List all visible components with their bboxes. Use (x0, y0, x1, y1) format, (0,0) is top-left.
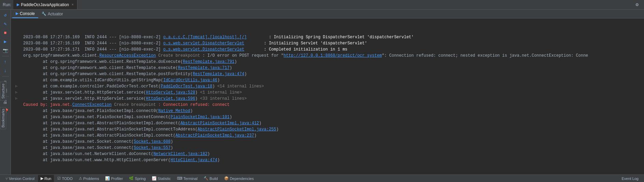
collapse-button[interactable]: ▷ (15, 89, 17, 96)
stop-button[interactable]: ■ (1, 29, 10, 37)
log-segment: INFO 2444 --- [nio-8080-exec-2] (80, 41, 163, 46)
log-line: at java.base/java.net.AbstractPlainSocke… (11, 126, 644, 132)
log-line: at java.base/sun.net.www.http.HttpClient… (11, 157, 644, 163)
exception-link[interactable]: ConnectException (72, 102, 112, 107)
log-segment: ) (230, 115, 232, 120)
line-text: 2023-08-08 17:27:16.169 INFO 2444 --- [n… (22, 34, 643, 40)
class-link[interactable]: AbstractPlainSocketImpl.java:237 (175, 133, 254, 138)
edit-icon: ✎ (4, 21, 7, 27)
bottom-tab-terminal[interactable]: ⌨Terminal (174, 175, 201, 182)
terminal-label: Terminal (184, 177, 198, 181)
resume-button[interactable]: ▶ (1, 38, 10, 46)
log-segment: at java.base/java.net.PlainSocketImpl.co… (23, 109, 158, 113)
bottom-bar: ⑂Version Control▶Run☑TODO⚠Problems📊Profi… (0, 174, 644, 182)
log-line: ▷ at javax.servlet.http.HttpServlet.serv… (11, 89, 644, 96)
log-line: Caused by: java.net.ConnectException Cre… (11, 102, 644, 108)
log-segment: ) (230, 66, 232, 70)
snapshot-button[interactable]: 📷 (1, 46, 10, 55)
structure-panel-label[interactable]: Structure (0, 82, 6, 100)
run-label: Run (44, 177, 51, 181)
line-text: Caused by: java.net.ConnectException Cre… (22, 102, 643, 108)
tab-console[interactable]: ▶ Console (12, 10, 38, 18)
line-text: at javax.servlet.http.HttpServlet.servic… (22, 89, 643, 96)
line-text: at java.base/sun.net.NetworkClient.doCon… (22, 151, 643, 157)
log-line: ▷ at javax.servlet.http.HttpServlet.serv… (11, 96, 644, 102)
log-segment: at java.base/java.net.AbstractPlainSocke… (23, 121, 180, 126)
log-line: at java.base/java.net.AbstractPlainSocke… (11, 132, 644, 139)
log-segment: Caused by: java.net. (23, 102, 72, 107)
scroll-down-button[interactable]: ↓ (1, 67, 10, 75)
rerun-button[interactable]: ↺ (1, 11, 10, 19)
log-segment: : I/O error on POST request for " (200, 53, 284, 58)
log-content[interactable]: 2023-08-08 17:27:16.169 INFO 2444 --- [n… (11, 18, 644, 174)
collapse-button[interactable]: ▷ (15, 83, 17, 89)
log-segment: at javax.servlet.http.HttpServlet.servic… (23, 96, 146, 101)
log-segment: ) (276, 127, 279, 132)
log-segment: at java.base/java.net.PlainSocketImpl.so… (23, 115, 171, 120)
bottom-tab-run[interactable]: ▶Run (38, 175, 54, 182)
class-link[interactable]: RestTemplate.java:474 (193, 72, 244, 76)
line-gutter: ▷ (11, 83, 22, 89)
exception-link[interactable]: ResourceAccessException (99, 53, 156, 58)
log-segment: : Completed initialization in 1 ms (244, 47, 347, 52)
class-link[interactable]: AbstractPlainSocketImpl.java:255 (197, 127, 276, 132)
edit-config-button[interactable]: ✎ (1, 20, 10, 28)
spring-icon: 🌿 (129, 176, 134, 181)
bottom-tab-profiler[interactable]: 📊Profiler (102, 175, 126, 182)
bottom-tab-todo[interactable]: ☑TODO (55, 175, 75, 182)
resume-icon: ▶ (4, 39, 7, 44)
log-segment: at org.springframework.web.client.RestTe… (23, 72, 193, 76)
log-segment: : Initializing Servlet 'dispatcherServle… (244, 41, 367, 46)
bottom-tab-problems[interactable]: ⚠Problems (76, 175, 102, 182)
class-link[interactable]: Socket.java:557 (134, 145, 171, 150)
log-segment: ) (195, 96, 200, 101)
line-text: 2023-08-08 17:27:16.171 INFO 2444 --- [n… (22, 46, 643, 53)
bottom-tab-dependencies[interactable]: 📦Dependencies (221, 175, 257, 182)
log-line: at com.example.utils.IdCardOcrUtils.getS… (11, 77, 644, 83)
run-tab[interactable]: ▶ PaddleOcrJavaApplication × (13, 0, 77, 9)
log-segment: 2023-08-08 17:27:16.169 (23, 41, 80, 46)
log-segment: ) (217, 158, 220, 163)
log-line: 2023-08-08 17:27:16.169 INFO 2444 --- [n… (11, 40, 644, 46)
class-link[interactable]: IdCardOcrUtils.java:46 (163, 78, 217, 83)
line-gutter: ▷ (11, 96, 22, 102)
tab-close-icon[interactable]: × (72, 3, 74, 6)
separator-2 (2, 76, 9, 76)
class-link[interactable]: o.a.c.c.C.[Tomcat].[localhost].[/] (163, 35, 247, 40)
class-link[interactable]: Socket.java:608 (134, 139, 171, 144)
class-link[interactable]: HttpClient.java:474 (171, 158, 217, 163)
log-segment: ) (207, 152, 210, 156)
line-text: 2023-08-08 17:27:16.169 INFO 2444 --- [n… (22, 40, 643, 46)
log-segment: ) (259, 121, 261, 126)
class-link[interactable]: RestTemplate.java:717 (178, 66, 230, 70)
event-log-button[interactable]: Event Log (619, 177, 641, 181)
up-arrow-icon: ↑ (4, 59, 7, 65)
class-link[interactable]: Native Method (158, 109, 190, 113)
class-link[interactable]: HttpServlet.java:528 (146, 90, 195, 95)
log-segment: INFO 2444 --- [nio-8080-exec-2] (80, 35, 163, 40)
bottom-tab-spring[interactable]: 🌿Spring (126, 175, 148, 182)
scroll-up-button[interactable]: ↑ (1, 58, 10, 66)
class-link[interactable]: o.s.web.servlet.DispatcherServlet (163, 41, 244, 46)
actuator-tab-icon: 🔧 (42, 12, 46, 16)
settings-icon[interactable]: ⚙ (636, 2, 641, 8)
class-link[interactable]: HttpServlet.java:596 (146, 96, 195, 101)
spring-label: Spring (135, 177, 146, 181)
bookmarks-panel-label[interactable]: Bookmarks (0, 107, 6, 129)
class-link[interactable]: PlainSocketImpl.java:101 (171, 115, 230, 120)
bottom-tab-version-control[interactable]: ⑂Version Control (3, 175, 37, 182)
build-icon: 🔨 (204, 176, 208, 181)
log-segment: at com.example.utils.IdCardOcrUtils.getS… (23, 78, 163, 83)
tab-actuator[interactable]: 🔧 Actuator (38, 10, 67, 18)
collapse-button[interactable]: ▷ (15, 96, 17, 102)
class-link[interactable]: o.s.web.servlet.DispatcherServlet (163, 47, 244, 52)
bottom-tab-statistic[interactable]: 📈Statistic (149, 175, 174, 182)
class-link[interactable]: RestTemplate.java:791 (183, 59, 234, 64)
class-link[interactable]: NetworkClient.java:182 (153, 152, 207, 156)
log-line: at java.base/java.net.AbstractPlainSocke… (11, 120, 644, 126)
class-link[interactable]: PaddleOcrTest.java:18 (161, 84, 212, 89)
bottom-tab-build[interactable]: 🔨Build (201, 175, 220, 182)
line-text: at org.springframework.web.client.RestTe… (22, 59, 643, 65)
url-link[interactable]: http://127.0.0.1:8868/predict/ocr_system (283, 53, 382, 58)
class-link[interactable]: AbstractPlainSocketImpl.java:412 (180, 121, 259, 126)
